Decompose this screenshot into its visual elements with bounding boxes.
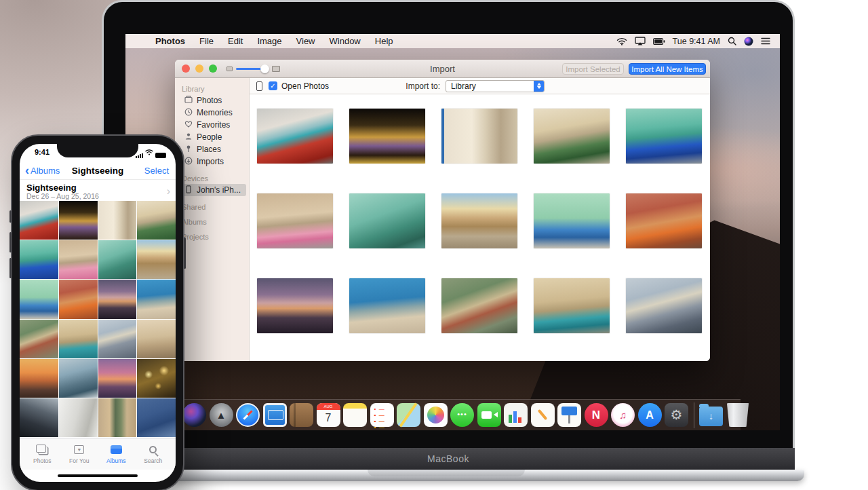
tab-for-you[interactable]: ♥ For You [64,444,95,464]
photo-thumbnail[interactable] [20,201,58,240]
select-button[interactable]: Select [144,166,169,176]
photo-thumbnail[interactable] [626,278,702,333]
notification-list-icon[interactable] [761,37,770,45]
photo-thumbnail[interactable] [534,109,610,164]
photo-thumbnail[interactable] [98,359,137,398]
photo-thumbnail[interactable] [98,398,137,437]
tab-albums[interactable]: Albums [100,444,132,464]
dock-icon-news[interactable] [585,403,608,427]
photo-thumbnail[interactable] [137,320,176,358]
dock-icon-trash[interactable] [726,403,750,427]
photo-thumbnail[interactable] [20,359,58,398]
photo-thumbnail[interactable] [257,278,333,333]
sidebar-item-memories[interactable]: Memories [175,107,249,119]
dock-icon-reminders[interactable] [370,403,394,427]
photo-thumbnail[interactable] [98,280,137,318]
minimize-window-button[interactable] [195,64,203,73]
dock-icon-notes[interactable] [343,403,367,427]
menu-item-window[interactable]: Window [330,36,361,46]
dock-icon-downloads[interactable] [699,407,723,426]
dock-icon-mail[interactable] [263,403,287,427]
dock-icon-app-store[interactable] [638,403,662,427]
spotlight-search-icon[interactable] [728,37,736,45]
photo-thumbnail[interactable] [20,398,58,437]
wifi-icon[interactable] [616,37,627,45]
dock-icon-facetime[interactable] [477,403,501,427]
photo-thumbnail[interactable] [349,278,425,333]
dock-icon-siri[interactable] [182,403,206,427]
close-window-button[interactable] [182,64,190,73]
photo-thumbnail[interactable] [20,240,58,279]
import-selected-button[interactable]: Import Selected [562,63,624,75]
menu-item-image[interactable]: Image [257,36,281,46]
tab-search[interactable]: Search [138,444,169,464]
photo-thumbnail[interactable] [20,320,58,358]
photo-thumbnail[interactable] [349,109,425,164]
dock-icon-safari[interactable] [236,403,260,427]
back-to-albums-button[interactable]: ‹Albums [25,166,60,176]
zoom-slider-thumb[interactable] [260,64,269,73]
sidebar-item-johns-iphone[interactable]: John's iPh... [179,184,246,196]
photo-thumbnail[interactable] [534,278,610,333]
menu-item-photos[interactable]: Photos [155,36,185,46]
photo-thumbnail[interactable] [441,278,517,333]
airplay-display-icon[interactable] [635,37,646,45]
menu-bar-clock[interactable]: Tue 9:41 AM [673,37,720,46]
open-photos-checkbox[interactable]: ✓ [269,81,277,90]
photo-thumbnail[interactable] [626,109,702,164]
dock-icon-contacts[interactable] [290,403,313,427]
dropdown-stepper-icon[interactable] [534,81,544,92]
dock-icon-calendar[interactable] [317,403,340,427]
thumbnail-zoom-slider[interactable] [236,68,269,70]
photo-thumbnail[interactable] [534,193,610,248]
photo-thumbnail[interactable] [59,201,98,240]
sidebar-item-favorites[interactable]: Favorites [175,119,249,131]
menu-item-help[interactable]: Help [375,36,393,46]
dock-icon-itunes[interactable] [611,403,635,427]
photo-thumbnail[interactable] [137,280,176,318]
sidebar-item-places[interactable]: Places [175,143,249,155]
menu-item-view[interactable]: View [296,36,315,46]
dock-icon-numbers[interactable] [504,403,528,427]
photo-thumbnail[interactable] [137,359,176,398]
photo-thumbnail[interactable] [626,193,702,248]
dock-icon-messages[interactable] [450,403,474,427]
zoom-window-button[interactable] [209,64,217,73]
photo-thumbnail[interactable] [441,109,517,164]
photo-thumbnail[interactable] [137,398,176,437]
import-destination-dropdown[interactable]: Library [446,80,545,92]
dock-icon-pages[interactable] [531,403,555,427]
photo-thumbnail[interactable] [257,109,333,164]
photo-thumbnail[interactable] [98,201,137,240]
photo-thumbnail[interactable] [59,398,98,437]
battery-icon[interactable] [653,38,665,45]
menu-item-edit[interactable]: Edit [228,36,243,46]
photo-thumbnail[interactable] [257,193,333,248]
import-all-new-items-button[interactable]: Import All New Items [629,63,706,75]
sidebar-item-imports[interactable]: Imports [175,155,249,168]
sidebar-item-people[interactable]: People [175,131,249,143]
photo-thumbnail[interactable] [59,320,98,358]
photo-thumbnail[interactable] [59,359,98,398]
photo-thumbnail[interactable] [137,240,176,279]
menu-item-file[interactable]: File [199,36,214,46]
photo-thumbnail[interactable] [98,240,137,279]
photo-thumbnail[interactable] [59,280,98,318]
dock-icon-photos[interactable] [424,403,448,427]
window-titlebar[interactable]: Import Import Selected Import All New It… [175,60,710,78]
photo-thumbnail[interactable] [20,280,58,318]
siri-icon[interactable] [744,37,753,46]
photo-thumbnail[interactable] [137,201,176,240]
dock-icon-maps[interactable] [397,403,420,427]
home-indicator[interactable] [58,474,138,477]
dock-icon-system-preferences[interactable] [665,403,688,427]
photo-thumbnail[interactable] [349,193,425,248]
dock-icon-launchpad[interactable] [210,403,233,427]
sidebar-item-photos[interactable]: Photos [175,94,249,107]
photo-thumbnail[interactable] [98,320,137,358]
photo-thumbnail[interactable] [59,240,98,279]
album-header-row[interactable]: Sightseeing Dec 26 – Aug 25, 2016 › [20,179,176,201]
photo-thumbnail[interactable] [441,193,517,248]
tab-photos[interactable]: Photos [26,444,58,464]
dock-icon-keynote[interactable] [557,403,581,427]
